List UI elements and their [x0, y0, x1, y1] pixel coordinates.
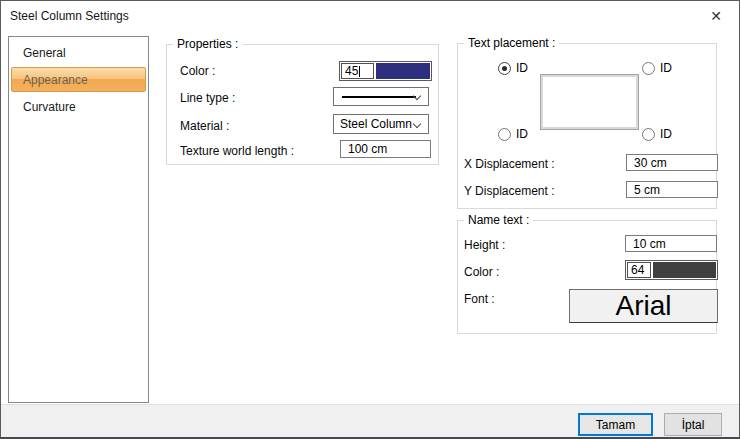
- name-text-group: Name text : Height : 10 cm Color : 64 Fo…: [457, 220, 717, 334]
- name-text-legend: Name text :: [464, 213, 533, 227]
- material-dropdown[interactable]: Steel Column: [333, 114, 429, 134]
- window-title: Steel Column Settings: [10, 9, 129, 23]
- sidebar-item-label: Appearance: [23, 73, 88, 87]
- name-color-label: Color :: [464, 265, 499, 279]
- text-placement-group: Text placement : ID ID ID ID X Displacem…: [457, 43, 717, 209]
- font-label: Font :: [464, 292, 495, 306]
- height-label: Height :: [464, 238, 505, 252]
- y-displacement-input[interactable]: 5 cm: [626, 181, 718, 198]
- text-caret: [359, 66, 360, 77]
- ok-button[interactable]: Tamam: [578, 413, 653, 436]
- radio-label: ID: [660, 61, 672, 75]
- sidebar-item-appearance[interactable]: Appearance: [11, 67, 146, 92]
- font-button[interactable]: Arial: [569, 289, 718, 323]
- radio-id-top-right[interactable]: ID: [642, 61, 672, 75]
- column-outline-preview: [540, 74, 639, 130]
- line-type-label: Line type :: [180, 91, 235, 105]
- cancel-button-label: İptal: [682, 418, 705, 432]
- sidebar-item-label: General: [23, 46, 66, 60]
- x-displacement-label: X Displacement :: [464, 157, 555, 171]
- ok-button-label: Tamam: [596, 418, 635, 432]
- color-picker[interactable]: 45: [339, 61, 432, 81]
- radio-icon[interactable]: [642, 62, 655, 75]
- color-swatch[interactable]: [376, 63, 430, 79]
- y-displacement-value: 5 cm: [634, 183, 660, 197]
- sidebar-item-general[interactable]: General: [11, 40, 146, 65]
- font-name: Arial: [615, 290, 671, 322]
- line-type-dropdown[interactable]: [333, 87, 429, 106]
- texture-length-value: 100 cm: [348, 142, 387, 156]
- text-placement-legend: Text placement :: [464, 36, 559, 50]
- texture-length-input[interactable]: 100 cm: [340, 140, 431, 158]
- radio-icon[interactable]: [498, 62, 511, 75]
- steel-column-settings-dialog: Steel Column Settings ✕ General Appearan…: [0, 0, 740, 439]
- color-label: Color :: [180, 64, 215, 78]
- height-input[interactable]: 10 cm: [625, 235, 717, 252]
- name-color-picker[interactable]: 64: [625, 260, 718, 280]
- name-color-swatch[interactable]: [653, 262, 716, 278]
- name-color-index-input[interactable]: 64: [627, 262, 651, 278]
- radio-id-top-left[interactable]: ID: [498, 61, 528, 75]
- close-icon: ✕: [710, 9, 722, 23]
- sidebar: General Appearance Curvature: [8, 36, 149, 403]
- chevron-down-icon: [413, 92, 421, 100]
- chevron-down-icon: [413, 120, 421, 128]
- radio-id-bottom-left[interactable]: ID: [498, 127, 528, 141]
- x-displacement-input[interactable]: 30 cm: [626, 154, 718, 171]
- radio-icon[interactable]: [498, 128, 511, 141]
- close-button[interactable]: ✕: [696, 2, 736, 29]
- radio-id-bottom-right[interactable]: ID: [642, 127, 672, 141]
- radio-icon[interactable]: [642, 128, 655, 141]
- material-label: Material :: [180, 119, 229, 133]
- sidebar-item-label: Curvature: [23, 100, 76, 114]
- color-index-input[interactable]: 45: [341, 63, 374, 79]
- height-value: 10 cm: [633, 237, 666, 251]
- cancel-button[interactable]: İptal: [664, 413, 722, 436]
- y-displacement-label: Y Displacement :: [464, 184, 555, 198]
- radio-label: ID: [660, 127, 672, 141]
- name-color-index-value: 64: [631, 263, 644, 277]
- properties-group: Properties : Color : 45 Line type : Mate…: [166, 44, 439, 165]
- properties-legend: Properties :: [173, 37, 242, 51]
- texture-length-label: Texture world length :: [180, 144, 294, 158]
- radio-label: ID: [516, 61, 528, 75]
- line-sample-solid: [342, 96, 416, 98]
- dialog-footer: Tamam İptal: [1, 404, 739, 437]
- sidebar-item-curvature[interactable]: Curvature: [11, 94, 146, 119]
- color-index-value: 45: [345, 64, 358, 78]
- x-displacement-value: 30 cm: [634, 156, 667, 170]
- radio-label: ID: [516, 127, 528, 141]
- material-value: Steel Column: [334, 117, 412, 131]
